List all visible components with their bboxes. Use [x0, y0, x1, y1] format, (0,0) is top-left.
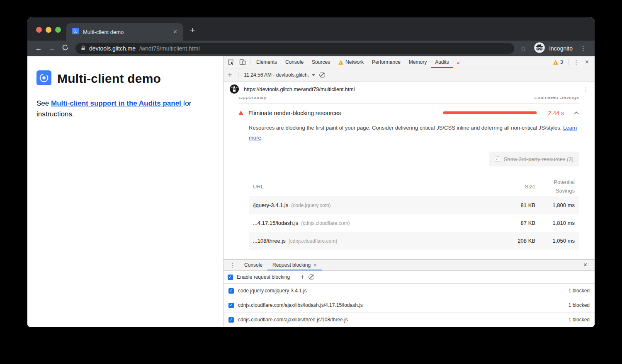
tab-memory[interactable]: Memory — [405, 56, 431, 68]
fail-triangle-icon — [238, 111, 243, 115]
reload-icon[interactable] — [60, 44, 70, 53]
browser-menu-icon[interactable]: ⋮ — [578, 45, 589, 52]
devtools-logo-icon — [36, 70, 51, 87]
devtools-close-icon[interactable]: × — [583, 56, 593, 68]
report-url-row: https://devtools.glitch.me/wndt78/multic… — [224, 82, 595, 97]
third-party-label: Show 3rd-party resources — [504, 156, 566, 162]
url-path: /wndt78/multiclient.html — [139, 45, 200, 52]
inspect-element-icon[interactable] — [225, 56, 237, 68]
forward-icon[interactable]: → — [46, 44, 57, 53]
window-content: Multi-client demo See Multi-client suppo… — [27, 56, 595, 327]
opportunity-column-label: Opportunity — [238, 97, 266, 100]
page-title: Multi-client demo — [57, 72, 161, 86]
devtools-menu-icon[interactable]: ⋮ — [570, 56, 583, 68]
pattern-checkbox[interactable] — [228, 288, 234, 294]
remove-all-patterns-icon[interactable] — [309, 274, 314, 280]
clear-audits-icon[interactable] — [319, 72, 325, 78]
divider — [568, 59, 569, 65]
resource-domain: (cdnjs.cloudflare.com) — [301, 220, 350, 226]
tab-elements[interactable]: Elements — [252, 56, 281, 68]
url-host: devtools.glitch.me — [89, 45, 136, 52]
report-options-icon[interactable]: ⋮ — [583, 86, 589, 93]
table-row[interactable]: ...4.17.15/lodash.js(cdnjs.cloudflare.co… — [249, 214, 579, 232]
pattern-text: cdnjs.cloudflare.com/ajax/libs/three.js/… — [238, 317, 348, 323]
back-icon[interactable]: ← — [33, 44, 44, 53]
audit-report: Opportunity Estimated Savings Eliminate … — [224, 97, 595, 259]
audit-item-header[interactable]: Eliminate render-blocking resources 2.44… — [238, 104, 579, 122]
intro-prefix: See — [36, 99, 51, 107]
third-party-checkbox[interactable] — [495, 157, 500, 162]
enable-request-blocking-label: Enable request blocking — [237, 274, 290, 280]
tab-close-icon[interactable]: × — [173, 29, 177, 35]
new-tab-button[interactable]: + — [190, 26, 195, 35]
console-warning-count[interactable]: 3 — [550, 56, 566, 68]
header-size: Size — [496, 183, 535, 190]
divider — [250, 59, 250, 65]
resource-size: 81 KB — [496, 202, 535, 208]
report-url: https://devtools.glitch.me/wndt78/multic… — [244, 87, 355, 92]
minimize-window-button[interactable] — [46, 27, 51, 33]
third-party-count: (3) — [567, 156, 573, 162]
pattern-text: code.jquery.com/jquery-3.4.1.js — [238, 288, 307, 294]
resource-domain: (cdnjs.cloudflare.com) — [289, 238, 337, 244]
audit-description: Resources are blocking the first paint o… — [249, 123, 579, 143]
device-toolbar-icon[interactable] — [237, 56, 248, 68]
browser-tab[interactable]: Multi-client demo × — [66, 23, 183, 41]
drawer-close-icon[interactable]: × — [578, 260, 592, 270]
add-pattern-icon[interactable]: + — [300, 273, 305, 281]
savings-bar — [443, 111, 537, 114]
window-controls — [36, 27, 61, 33]
blocked-pattern-row[interactable]: cdnjs.cloudflare.com/ajax/libs/three.js/… — [224, 313, 595, 327]
lighthouse-avatar-icon — [229, 84, 239, 95]
resource-domain: (code.jquery.com) — [291, 202, 330, 208]
tab-network[interactable]: Network — [334, 56, 368, 68]
close-window-button[interactable] — [36, 27, 42, 33]
resource-size: 87 KB — [496, 220, 535, 226]
blocked-pattern-row[interactable]: cdnjs.cloudflare.com/ajax/libs/lodash.js… — [224, 298, 595, 313]
blocked-pattern-row[interactable]: code.jquery.com/jquery-3.4.1.js 1 blocke… — [224, 284, 595, 298]
resource-savings: 1,800 ms — [535, 202, 575, 208]
drawer-tab-request-blocking[interactable]: Request blocking × — [267, 260, 322, 270]
tab-audits[interactable]: Audits — [431, 56, 453, 68]
pattern-checkbox[interactable] — [228, 303, 234, 308]
incognito-badge: Incognito — [534, 42, 573, 55]
tab-performance[interactable]: Performance — [368, 56, 405, 68]
divider — [295, 274, 295, 281]
bookmark-star-icon[interactable]: ☆ — [520, 44, 526, 53]
table-row[interactable]: ...108/three.js(cdnjs.cloudflare.com) 20… — [249, 232, 579, 250]
devtools-tabbar: Elements Console Sources Network Perform… — [224, 56, 595, 68]
new-audit-icon[interactable]: + — [228, 71, 232, 79]
resource-url: /jquery-3.4.1.js — [253, 202, 288, 208]
divider — [238, 255, 579, 255]
drawer-menu-icon[interactable]: ⋮ — [226, 260, 239, 270]
third-party-checkbox-chip[interactable]: Show 3rd-party resources (3) — [489, 152, 579, 166]
enable-request-blocking-checkbox[interactable] — [228, 275, 233, 280]
devtools-panel: Elements Console Sources Network Perform… — [224, 56, 595, 327]
web-page: Multi-client demo See Multi-client suppo… — [27, 56, 224, 327]
table-row[interactable]: /jquery-3.4.1.js(code.jquery.com) 81 KB … — [249, 196, 579, 214]
browser-toolbar: ← → devtools.glitch.me/wndt78/multiclien… — [27, 41, 595, 56]
drawer-tab-console[interactable]: Console — [239, 260, 267, 270]
resource-url: ...108/three.js — [253, 238, 286, 244]
zoom-window-button[interactable] — [55, 27, 61, 33]
audit-run-select[interactable]: 11:24:56 AM - devtools.glitch. — [244, 72, 316, 78]
network-warning-icon — [338, 60, 343, 65]
resource-savings: 1,050 ms — [535, 238, 575, 244]
tab-console[interactable]: Console — [281, 56, 308, 68]
audits-panel-link[interactable]: Multi-client support in the Audits panel — [51, 99, 183, 107]
audit-title: Eliminate render-blocking resources — [248, 110, 341, 116]
browser-tab-strip: Multi-client demo × + — [27, 17, 595, 41]
resource-size: 208 KB — [496, 238, 535, 244]
drawer-tab-close-icon[interactable]: × — [313, 262, 317, 268]
pattern-text: cdnjs.cloudflare.com/ajax/libs/lodash.js… — [238, 302, 363, 308]
browser-window: Multi-client demo × + ← → devtools.glitc… — [27, 17, 595, 327]
savings-value: 2.44 s — [542, 110, 564, 116]
tab-sources[interactable]: Sources — [308, 56, 334, 68]
pattern-checkbox[interactable] — [228, 317, 234, 323]
more-tabs-icon[interactable]: » — [453, 56, 464, 68]
table-header: URL Size Potential Savings — [249, 176, 579, 196]
page-intro: See Multi-client support in the Audits p… — [36, 98, 213, 120]
collapse-chevron-icon[interactable] — [574, 110, 579, 116]
resource-savings: 1,810 ms — [535, 220, 575, 226]
address-bar[interactable]: devtools.glitch.me/wndt78/multiclient.ht… — [75, 43, 514, 54]
